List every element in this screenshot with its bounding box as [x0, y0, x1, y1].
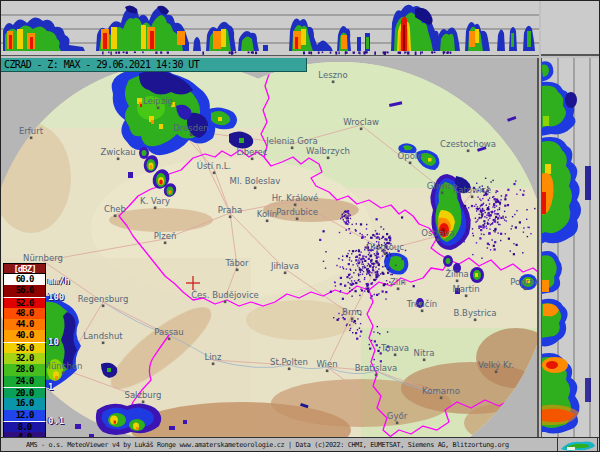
lightning-strike [498, 224, 499, 225]
lightning-strike [364, 260, 366, 262]
lightning-strike [494, 241, 496, 243]
lightning-strike [360, 252, 361, 253]
lightning-strike [355, 231, 356, 232]
lightning-strike [494, 198, 495, 199]
lightning-strike [374, 359, 375, 360]
lightning-strike [349, 257, 350, 258]
city-marker [251, 158, 254, 161]
city-marker [288, 368, 291, 371]
radar-product-title: CZRAD - Z: MAX - 29.06.2021 14:30 UT [4, 59, 199, 70]
lightning-strike [371, 263, 372, 264]
lightning-strike [496, 199, 498, 201]
city-label-Ml. Boleslav: Ml. Boleslav [230, 176, 281, 186]
lightning-strike [495, 192, 496, 193]
lightning-tick [167, 52, 169, 54]
city-label-Trnava: Trnava [380, 343, 409, 353]
lightning-strike [384, 238, 386, 240]
legend-row-36.0: 36.0 [3, 342, 46, 353]
lightning-strike [383, 229, 384, 230]
lightning-tick [235, 52, 237, 54]
lightning-strike [522, 194, 524, 196]
lightning-strike [480, 210, 482, 212]
city-marker [62, 372, 65, 375]
lightning-strike [366, 228, 367, 229]
city-marker [296, 218, 299, 221]
lightning-strike [364, 290, 365, 291]
lightning-strike [355, 332, 357, 334]
lightning-strike [503, 217, 504, 218]
city-label-Martin: Martin [452, 284, 479, 294]
lightning-tick [308, 52, 310, 55]
lightning-strike [352, 224, 353, 225]
lightning-strike [384, 260, 385, 261]
lightning-strike [496, 202, 497, 203]
lightning-strike [515, 180, 516, 181]
lightning-strike [349, 287, 350, 288]
city-label-Jelenia Gora: Jelenia Gora [265, 136, 317, 146]
lightning-strike [500, 233, 502, 235]
city-label-Poprad: Poprad [510, 277, 539, 287]
lightning-strike [374, 340, 376, 342]
lightning-strike [467, 230, 468, 231]
lightning-strike [363, 271, 364, 272]
lightning-strike [382, 236, 384, 238]
lightning-strike [499, 224, 500, 225]
lightning-strike [523, 232, 524, 233]
lightning-strike [477, 206, 478, 207]
city-label-Zlín: Zlín [390, 277, 406, 287]
lightning-strike [364, 258, 365, 259]
lightning-strike [387, 272, 389, 274]
lightning-strike [359, 267, 360, 268]
lightning-strike [357, 261, 358, 262]
lightning-strike [479, 218, 480, 219]
radar-map[interactable]: ErfurtLeipzigDresdenZwickauLiberecÚstí n… [1, 58, 539, 437]
lightning-strike [493, 245, 495, 247]
lightning-tick [450, 52, 451, 54]
lightning-strike [359, 328, 360, 329]
lightning-strike [350, 269, 351, 270]
lightning-strike [340, 283, 342, 285]
lightning-strike [340, 291, 341, 292]
lightning-strike [355, 257, 356, 258]
lightning-strike [523, 190, 524, 191]
lightning-strike [482, 213, 483, 214]
city-marker [254, 187, 257, 190]
lightning-strike [386, 255, 388, 257]
lightning-tick [311, 52, 312, 55]
legend-row-32.0: 32.0 [3, 353, 46, 364]
lightning-strike [359, 281, 360, 282]
lightning-strike [367, 290, 369, 292]
lightning-tick [385, 52, 386, 55]
legend-row-16.0: 16.0 [3, 398, 46, 409]
lightning-strike [357, 265, 358, 266]
city-label-Olomouc: Olomouc [366, 242, 404, 252]
lightning-strike [357, 329, 358, 330]
city-marker [213, 172, 216, 175]
lightning-strike [351, 253, 352, 254]
lightning-strike [486, 228, 487, 229]
lightning-strike [342, 217, 343, 218]
map-canvas[interactable]: ErfurtLeipzigDresdenZwickauLiberecÚstí n… [1, 58, 539, 437]
lightning-strike [356, 338, 358, 340]
lightning-strike [338, 313, 339, 314]
lightning-strike [499, 204, 500, 205]
lightning-strike [376, 344, 378, 346]
city-marker [102, 305, 105, 308]
lightning-strike [491, 239, 492, 240]
lightning-strike [473, 235, 474, 236]
lightning-strike [360, 330, 362, 332]
status-divider-left [557, 438, 558, 452]
city-label-Regensburg: Regensburg [78, 294, 129, 304]
lightning-strike [377, 350, 379, 352]
lightning-strike [511, 225, 512, 226]
city-label-Žilina: Žilina [445, 268, 469, 279]
lightning-strike [376, 276, 377, 277]
lightning-strike [336, 265, 337, 266]
lightning-strike [489, 218, 490, 219]
lightning-strike [485, 212, 486, 213]
city-marker [441, 192, 444, 195]
lightning-strike [346, 324, 347, 325]
lightning-strike [366, 273, 367, 274]
lightning-strike [351, 289, 352, 290]
lightning-strike [323, 230, 325, 232]
